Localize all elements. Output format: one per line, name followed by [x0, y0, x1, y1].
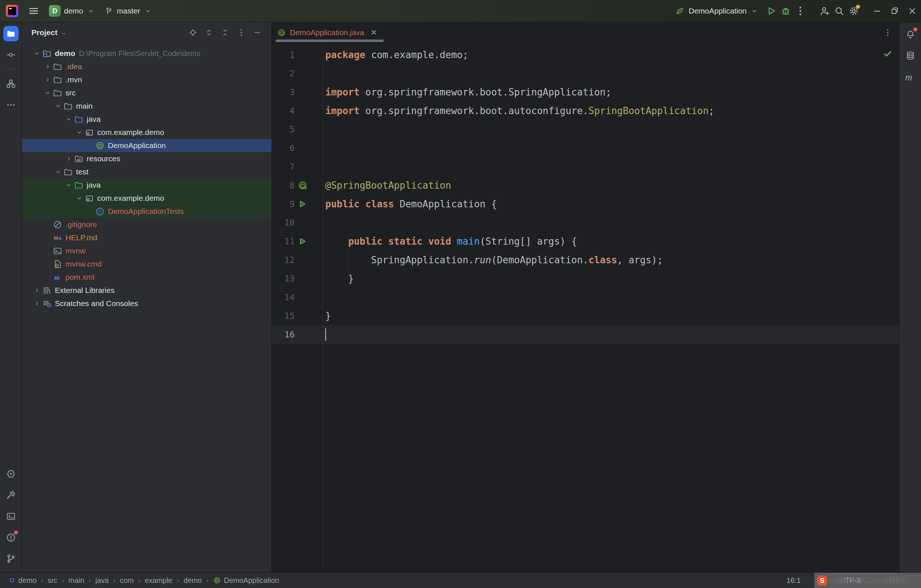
code-line-16[interactable]: 16	[272, 325, 899, 344]
code-line-11[interactable]: 11 public static void main(String[] args…	[272, 232, 899, 251]
run-gutter-icon[interactable]	[298, 236, 308, 246]
tree-item-com.example.demo[interactable]: com.example.demo	[22, 192, 272, 205]
settings-button[interactable]	[846, 4, 861, 18]
tab-close-icon[interactable]: ✕	[371, 28, 377, 37]
run-configuration-name: DemoApplication	[688, 7, 747, 15]
tree-item-demo[interactable]: demoD:\Program Files\Servlet_Code\demo	[22, 47, 272, 60]
more-icon[interactable]	[3, 97, 19, 112]
right-tool-strip: m	[899, 22, 921, 572]
code-line-5[interactable]: 5	[272, 120, 899, 138]
pkg-icon	[85, 128, 94, 137]
commit-icon[interactable]	[3, 47, 19, 62]
chevron-right-icon[interactable]	[43, 62, 52, 71]
editor-tab[interactable]: DemoApplication.java ✕	[277, 28, 377, 37]
code-line-8[interactable]: 8@SpringBootApplication	[272, 176, 899, 195]
git-branch-icon[interactable]	[3, 551, 19, 567]
tree-item-main[interactable]: main	[22, 99, 272, 112]
breadcrumb-item[interactable]: demo	[184, 576, 202, 585]
project-panel-title[interactable]: Project	[31, 28, 68, 37]
run-configuration-widget[interactable]: DemoApplication	[674, 5, 759, 16]
code-line-15[interactable]: 15}	[272, 306, 899, 325]
chevron-down-icon[interactable]	[75, 128, 84, 137]
locate-icon[interactable]	[187, 26, 199, 39]
tree-item-mvnw.cmd[interactable]: mvnw.cmd	[22, 257, 272, 270]
build-icon[interactable]	[3, 487, 19, 503]
code-line-1[interactable]: 1package com.example.demo;	[272, 46, 899, 64]
breadcrumb-item[interactable]: main	[68, 576, 84, 585]
main-menu-button[interactable]	[26, 4, 41, 18]
tree-item-DemoApplication[interactable]: DemoApplication	[22, 139, 272, 152]
tree-item-HELP.md[interactable]: MHELP.md	[22, 231, 272, 244]
code-line-3[interactable]: 3import org.springframework.boot.SpringA…	[272, 83, 899, 101]
spring-gutter-icon[interactable]	[298, 180, 308, 191]
editor-more-button[interactable]	[882, 26, 894, 39]
expand-all-icon[interactable]	[203, 26, 215, 39]
project-folder-icon[interactable]	[3, 26, 19, 41]
problems-icon[interactable]	[3, 530, 19, 545]
tree-item-java[interactable]: java	[22, 112, 272, 126]
database-icon[interactable]	[903, 48, 918, 63]
tree-item-pom.xml[interactable]: mpom.xml	[22, 270, 272, 284]
tree-item-External-Libraries[interactable]: External Libraries	[22, 284, 272, 297]
more-actions-button[interactable]	[793, 4, 808, 18]
tree-item-java[interactable]: java	[22, 178, 272, 192]
restore-button[interactable]	[886, 0, 903, 22]
tree-item-.gitignore[interactable]: .gitignore	[22, 218, 272, 231]
debug-button[interactable]	[778, 4, 793, 18]
chevron-down-icon[interactable]	[64, 114, 73, 124]
more-vertical-icon[interactable]	[235, 26, 247, 39]
tree-item-.idea[interactable]: .idea	[22, 60, 272, 73]
search-everywhere-button[interactable]	[832, 4, 846, 18]
tree-item-resources[interactable]: resources	[22, 152, 272, 165]
chevron-right-icon[interactable]	[32, 299, 42, 308]
code-line-10[interactable]: 10	[272, 213, 899, 232]
tree-item-com.example.demo[interactable]: com.example.demo	[22, 126, 272, 139]
minimize-button[interactable]	[868, 0, 886, 22]
code-with-me-button[interactable]	[817, 4, 832, 18]
chevron-down-icon[interactable]	[64, 180, 73, 190]
tree-item-.mvn[interactable]: .mvn	[22, 73, 272, 86]
chevron-down-icon[interactable]	[75, 194, 84, 203]
project-widget[interactable]: D demo	[49, 5, 95, 17]
breadcrumb-item[interactable]: DemoApplication	[213, 576, 279, 585]
services-icon[interactable]	[3, 466, 19, 482]
chevron-down-icon	[86, 7, 95, 15]
run-gutter-icon[interactable]	[298, 199, 308, 209]
code-line-6[interactable]: 6	[272, 138, 899, 157]
breadcrumb-item[interactable]: com	[120, 576, 134, 585]
structure-icon[interactable]	[3, 76, 19, 91]
code-line-9[interactable]: 9public class DemoApplication {	[272, 195, 899, 213]
chevron-down-icon[interactable]	[43, 88, 52, 98]
code-line-13[interactable]: 13 }	[272, 269, 899, 288]
notifications-icon[interactable]	[903, 27, 918, 42]
breadcrumb-item[interactable]: src	[47, 576, 57, 585]
code-editor[interactable]: 1package com.example.demo;23import org.s…	[272, 43, 899, 572]
caret-position-widget[interactable]: 16:1	[786, 573, 801, 588]
tree-item-src[interactable]: src	[22, 86, 272, 99]
terminal-tool-icon[interactable]	[3, 509, 19, 524]
chevron-down-icon[interactable]	[54, 167, 63, 177]
tree-item-DemoApplicationTests[interactable]: CDemoApplicationTests	[22, 205, 272, 218]
chevron-right-icon[interactable]	[43, 75, 52, 85]
code-line-14[interactable]: 14	[272, 288, 899, 306]
tree-item-Scratches-and-Consoles[interactable]: Scratches and Consoles	[22, 297, 272, 310]
chevron-right-icon[interactable]	[32, 286, 42, 295]
run-button[interactable]	[764, 4, 778, 18]
breadcrumb-item[interactable]: demo	[9, 576, 37, 585]
code-line-7[interactable]: 7	[272, 157, 899, 176]
tree-item-test[interactable]: test	[22, 165, 272, 178]
maven-tool-icon[interactable]: m	[903, 69, 918, 85]
chevron-down-icon[interactable]	[54, 101, 63, 111]
code-line-2[interactable]: 2	[272, 64, 899, 83]
hide-icon[interactable]	[251, 26, 264, 39]
tree-item-mvnw[interactable]: mvnw	[22, 244, 272, 257]
chevron-down-icon[interactable]	[32, 49, 42, 58]
collapse-all-icon[interactable]	[219, 26, 231, 39]
breadcrumb-item[interactable]: example	[145, 576, 172, 585]
close-button[interactable]	[903, 0, 921, 22]
code-line-4[interactable]: 4import org.springframework.boot.autocon…	[272, 101, 899, 120]
chevron-right-icon[interactable]	[64, 154, 73, 163]
breadcrumb-item[interactable]: java	[95, 576, 109, 585]
code-line-12[interactable]: 12 SpringApplication.run(DemoApplication…	[272, 251, 899, 269]
vcs-branch-widget[interactable]: master	[103, 6, 152, 16]
